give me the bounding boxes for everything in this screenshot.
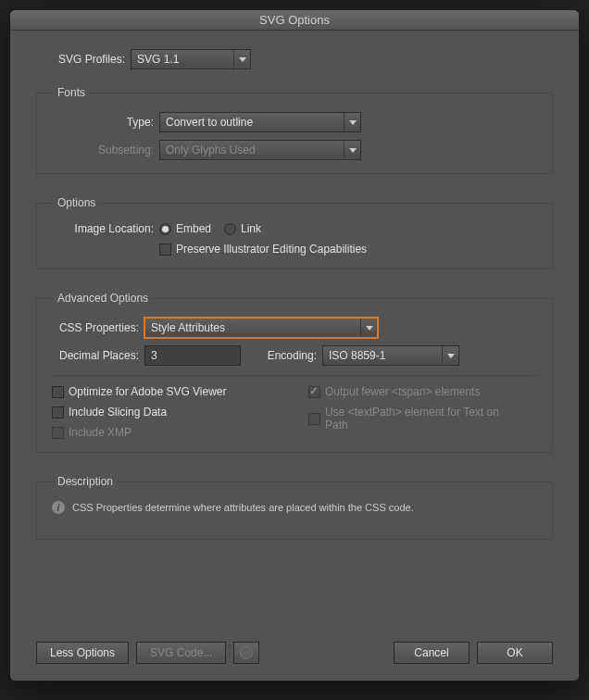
options-group: Options Image Location: Embed Link Prese…: [36, 196, 553, 269]
output-fewer-checkbox-label: Output fewer <tspan> elements: [325, 385, 480, 398]
divider: [52, 375, 537, 376]
fonts-group: Fonts Type: Convert to outline Subsettin…: [36, 86, 553, 174]
xmp-checkbox-input: [52, 427, 64, 439]
xmp-checkbox: Include XMP: [52, 426, 132, 439]
textpath-checkbox-label: Use <textPath> element for Text on Path: [325, 406, 524, 431]
font-type-value: Convert to outline: [166, 116, 253, 129]
embed-radio-label: Embed: [176, 222, 211, 235]
description-text: CSS Properties determine where attribute…: [72, 502, 414, 513]
description-group: Description i CSS Properties determine w…: [36, 475, 553, 540]
encoding-select[interactable]: ISO 8859-1: [322, 345, 459, 366]
svg-profiles-value: SVG 1.1: [137, 53, 179, 66]
image-location-label: Image Location:: [52, 222, 159, 235]
output-fewer-checkbox-input: [308, 386, 320, 398]
fonts-legend: Fonts: [54, 86, 89, 99]
preview-web-button: [233, 642, 259, 664]
decimal-places-label: Decimal Places:: [52, 349, 144, 362]
window-title: SVG Options: [259, 13, 330, 27]
subsetting-select: Only Glyphs Used: [159, 140, 361, 160]
link-radio-input[interactable]: [224, 223, 236, 235]
optimize-checkbox[interactable]: Optimize for Adobe SVG Viewer: [52, 385, 227, 398]
slicing-checkbox-input[interactable]: [52, 406, 64, 419]
output-fewer-checkbox: Output fewer <tspan> elements: [308, 385, 480, 398]
advanced-options-group: Advanced Options CSS Properties: Style A…: [36, 292, 553, 453]
chevron-down-icon: [442, 346, 458, 365]
globe-icon: [240, 646, 253, 659]
embed-radio-input[interactable]: [159, 223, 171, 235]
chevron-down-icon: [344, 141, 360, 159]
chevron-down-icon: [233, 50, 250, 69]
decimal-places-input[interactable]: [144, 345, 241, 366]
preserve-checkbox[interactable]: Preserve Illustrator Editing Capabilitie…: [159, 243, 367, 256]
css-properties-select[interactable]: Style Attributes: [144, 318, 378, 338]
preserve-checkbox-label: Preserve Illustrator Editing Capabilitie…: [176, 243, 367, 256]
optimize-checkbox-label: Optimize for Adobe SVG Viewer: [69, 385, 227, 398]
xmp-checkbox-label: Include XMP: [69, 426, 132, 439]
css-properties-value: Style Attributes: [151, 321, 225, 334]
link-radio[interactable]: Link: [224, 222, 261, 235]
encoding-label: Encoding:: [250, 349, 322, 362]
ok-button[interactable]: OK: [477, 642, 553, 664]
embed-radio[interactable]: Embed: [159, 222, 211, 235]
optimize-checkbox-input[interactable]: [52, 386, 64, 398]
less-options-button[interactable]: Less Options: [36, 642, 129, 664]
dialog-content: SVG Profiles: SVG 1.1 Fonts Type: Conver…: [10, 31, 579, 681]
slicing-checkbox[interactable]: Include Slicing Data: [52, 406, 167, 419]
font-type-select[interactable]: Convert to outline: [159, 112, 361, 132]
preserve-checkbox-input[interactable]: [159, 244, 171, 256]
subsetting-label: Subsetting:: [52, 144, 159, 156]
font-type-label: Type:: [52, 116, 159, 129]
svg-profiles-select[interactable]: SVG 1.1: [131, 49, 251, 69]
css-properties-label: CSS Properties:: [52, 321, 144, 334]
description-legend: Description: [54, 475, 117, 488]
options-legend: Options: [54, 196, 99, 209]
textpath-checkbox: Use <textPath> element for Text on Path: [308, 406, 524, 431]
slicing-checkbox-label: Include Slicing Data: [69, 406, 167, 419]
subsetting-value: Only Glyphs Used: [166, 144, 256, 156]
svg-options-dialog: SVG Options SVG Profiles: SVG 1.1 Fonts …: [9, 9, 580, 681]
title-bar: SVG Options: [10, 10, 579, 31]
dialog-footer: Less Options SVG Code... Cancel OK: [36, 623, 553, 664]
cancel-button[interactable]: Cancel: [394, 642, 470, 664]
chevron-down-icon: [360, 319, 377, 337]
advanced-legend: Advanced Options: [54, 292, 152, 305]
encoding-value: ISO 8859-1: [329, 349, 385, 362]
info-icon: i: [52, 501, 65, 514]
svg-code-button: SVG Code...: [136, 642, 226, 664]
chevron-down-icon: [344, 113, 360, 131]
link-radio-label: Link: [241, 222, 261, 235]
textpath-checkbox-input: [308, 413, 320, 425]
svg-profiles-label: SVG Profiles:: [36, 53, 131, 66]
